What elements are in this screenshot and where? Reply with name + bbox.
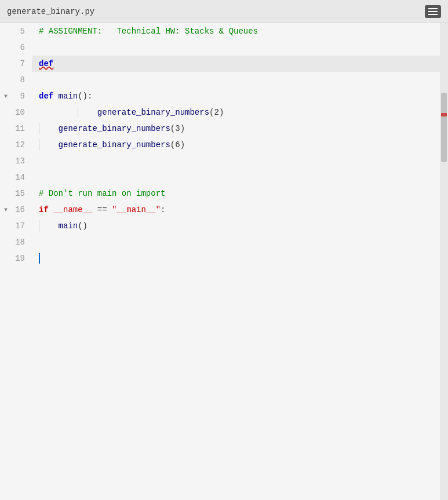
- code-lines: # ASSIGNMENT: Technical HW: Stacks & Que…: [32, 23, 440, 498]
- code-content[interactable]: # ASSIGNMENT: Technical HW: Stacks & Que…: [32, 23, 440, 500]
- line-num-10: 10: [0, 104, 32, 121]
- code-line-13: [32, 153, 440, 169]
- code-area: 5 6 7 8 ▼ 9 10 11 12 13 14 15 ▼ 16 17 18…: [0, 23, 448, 500]
- line-num-11: 11: [0, 121, 32, 137]
- code-line-9: def main():: [32, 88, 440, 104]
- main-string: "__main__": [112, 205, 161, 214]
- line-num-12: 12: [0, 137, 32, 153]
- code-line-5: # ASSIGNMENT: Technical HW: Stacks & Que…: [32, 23, 440, 39]
- title-bar: generate_binary.py: [0, 0, 448, 23]
- text-cursor: [39, 253, 40, 264]
- line-numbers: 5 6 7 8 ▼ 9 10 11 12 13 14 15 ▼ 16 17 18…: [0, 23, 32, 500]
- code-line-8: [32, 72, 440, 88]
- fn-main: main: [59, 92, 78, 101]
- code-line-10: generate_binary_numbers(2): [32, 104, 440, 121]
- code-line-12: generate_binary_numbers(6): [32, 137, 440, 153]
- line-num-17: 17: [0, 218, 32, 234]
- fold-icon-9[interactable]: ▼: [2, 93, 9, 100]
- code-line-18: [32, 234, 440, 250]
- scrollbar-error-marker: [441, 113, 447, 116]
- line-num-14: 14: [0, 169, 32, 185]
- scrollbar-thumb[interactable]: [441, 93, 447, 162]
- menu-line-3: [428, 14, 438, 15]
- line-num-9: ▼ 9: [0, 88, 32, 104]
- line-num-19: 19: [0, 250, 32, 267]
- line-num-7: 7: [0, 56, 32, 72]
- scrollbar-track[interactable]: [440, 23, 448, 500]
- menu-line-2: [428, 11, 438, 12]
- name-dunder: __name__: [53, 205, 92, 214]
- line-num-5: 5: [0, 23, 32, 39]
- line-num-15: 15: [0, 185, 32, 202]
- line-num-13: 13: [0, 153, 32, 169]
- comment-15: # Don't run main on import: [39, 189, 165, 198]
- comment-5: # ASSIGNMENT: Technical HW: Stacks & Que…: [39, 27, 258, 36]
- line-num-18: 18: [0, 234, 32, 250]
- code-line-14: [32, 169, 440, 185]
- line-num-16: ▼ 16: [0, 202, 32, 218]
- line-num-8: 8: [0, 72, 32, 88]
- code-line-17: main(): [32, 218, 440, 234]
- if-keyword: if: [39, 205, 53, 214]
- def-keyword: def: [39, 59, 53, 68]
- filename-label: generate_binary.py: [7, 7, 94, 16]
- code-line-7: def: [32, 56, 440, 72]
- code-line-15: # Don't run main on import: [32, 185, 440, 202]
- menu-line-1: [428, 8, 438, 9]
- fold-icon-16[interactable]: ▼: [2, 206, 9, 213]
- code-line-16: if __name__ == "__main__":: [32, 202, 440, 218]
- line-num-6: 6: [0, 39, 32, 56]
- editor-container: generate_binary.py 5 6 7 8 ▼ 9 10 11 12 …: [0, 0, 448, 500]
- empty-space: [32, 267, 440, 498]
- code-line-19: [32, 250, 440, 267]
- menu-button[interactable]: [425, 5, 441, 18]
- code-line-11: generate_binary_numbers(3): [32, 121, 440, 137]
- code-line-6: [32, 39, 440, 56]
- def-keyword-9: def: [39, 92, 59, 101]
